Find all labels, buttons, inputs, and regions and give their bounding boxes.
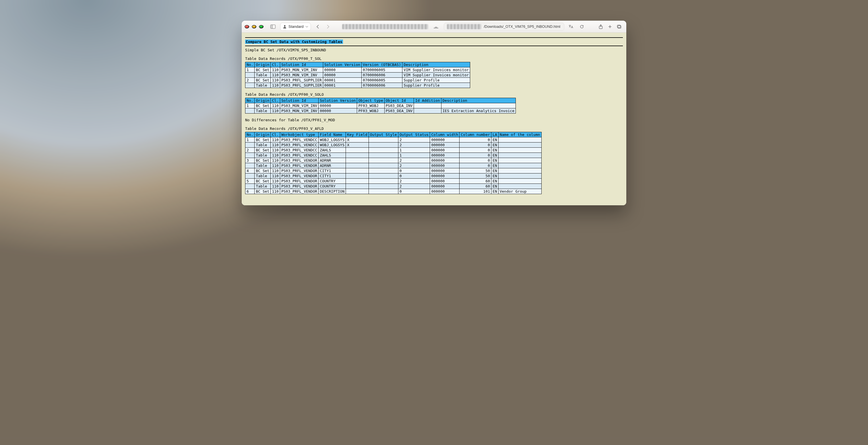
table-cell (346, 173, 369, 179)
table-cell (369, 158, 398, 163)
toolbar-right (596, 23, 623, 31)
table-cell (346, 189, 369, 194)
reader-aa-button[interactable] (432, 23, 440, 31)
table-cell: 110 (271, 184, 280, 189)
table-cell (346, 179, 369, 184)
table-cell (441, 103, 516, 108)
table-cell: EN (491, 153, 499, 158)
table-cell: ZAHLS (319, 148, 346, 153)
table-cell: 00001 (323, 83, 361, 88)
table-cell: 110 (271, 108, 280, 113)
table-cell: 50 (460, 168, 491, 173)
table-cell: 0700006006 (362, 73, 402, 78)
column-header: Cl. (271, 132, 280, 137)
table-cell: CITY1 (319, 168, 346, 173)
table-cell: 50 (460, 173, 491, 179)
table-cell: 6 (245, 189, 255, 194)
table-cell: 0700006005 (362, 67, 402, 73)
table-cell (346, 148, 369, 153)
minimize-window-button[interactable] (252, 25, 256, 28)
table-cell: 000000 (430, 184, 460, 189)
column-header: Id Addition (414, 98, 441, 103)
table-cell (498, 153, 541, 158)
table-cell: 60 (460, 184, 491, 189)
table-cell: PF03_WOBJ (357, 103, 384, 108)
table-cell: PS03_PRFL_VENDOR (280, 158, 318, 163)
table-cell: 000000 (430, 142, 460, 148)
table-cell: 0 (398, 173, 430, 179)
back-button[interactable] (314, 23, 322, 31)
table-cell: 4 (245, 168, 255, 173)
table-cell: 000000 (430, 189, 460, 194)
column-header: Solution Id (280, 98, 318, 103)
zoom-window-button[interactable] (259, 25, 264, 28)
table-cell: 2 (398, 137, 430, 142)
column-header: Solution Id (280, 62, 323, 67)
table-cell: 0 (460, 163, 491, 168)
table-cell: 110 (271, 173, 280, 179)
table-cell: PS03_PRFL_VENDCC (280, 153, 318, 158)
column-header: Solution Version (319, 98, 357, 103)
browser-window: Standard (242, 21, 626, 205)
table-cell: EN (491, 179, 499, 184)
table-cell: BC Set (255, 67, 271, 73)
table-row: 1BC Set110PS03_MON_VIM_INV00000070000600… (245, 67, 470, 73)
table-cell: 110 (271, 148, 280, 153)
close-window-button[interactable] (245, 25, 249, 28)
rule-under-title (245, 45, 623, 46)
table-cell: COUNTRY (319, 179, 346, 184)
tab-overview-button[interactable] (615, 23, 623, 31)
table-cell: PS03_MON_VIM_INV (280, 73, 323, 78)
profile-picker[interactable]: Standard (280, 23, 311, 31)
table-cell: 3 (245, 158, 255, 163)
column-header: Key Field (346, 132, 369, 137)
table-cell: DESCRIPTION (319, 189, 346, 194)
table-cell: Table (255, 73, 271, 78)
share-button[interactable] (596, 23, 605, 31)
tabs-icon (617, 25, 621, 29)
table-cell: BC Set (255, 148, 271, 153)
address-bar[interactable]: /Downloads/_OTX_VIM76_SP5_INBOUND.html (444, 23, 564, 31)
forward-button[interactable] (323, 23, 332, 31)
table-cell: EN (491, 158, 499, 163)
table-cell: 0 (460, 137, 491, 142)
table-cell: BC Set (255, 168, 271, 173)
table-cell: 000000 (430, 163, 460, 168)
table-cell: PS03_PRFL_VENDOR (280, 168, 318, 173)
reload-button[interactable] (578, 23, 586, 31)
table-cell: 2 (398, 179, 430, 184)
table-cell: 0 (398, 168, 430, 173)
table-cell: 0 (460, 158, 491, 163)
table-cell: EN (491, 163, 499, 168)
new-tab-button[interactable] (606, 23, 614, 31)
table-cell (245, 173, 255, 179)
translate-button[interactable] (567, 23, 575, 31)
table-cell: X (346, 142, 369, 148)
table-row: Table110PS03_PRFL_VENDCCZAHLS10000000EN (245, 153, 541, 158)
table-cell: BC Set (255, 103, 271, 108)
table-cell: 00001 (323, 78, 361, 83)
table-cell: PF03_WOBJ (357, 108, 384, 113)
svg-point-3 (284, 25, 286, 27)
translate-icon (569, 25, 573, 29)
table-cell: 101 (460, 189, 491, 194)
table-cell (498, 148, 541, 153)
table-cell: Table (255, 108, 271, 113)
table-cell: VIM Supplier Invoices monitor (402, 73, 470, 78)
column-header: Column width (430, 132, 460, 137)
table-cell: 110 (271, 168, 280, 173)
table-cell (245, 83, 255, 88)
table-cell: PS03_DEA_INV (384, 108, 414, 113)
table-row: 2BC Set110PS03_PRFL_SUPPLIER000010700006… (245, 78, 470, 83)
column-header: No. (245, 62, 255, 67)
page-content[interactable]: Compare BC Set Data with Customizing Tab… (242, 33, 626, 205)
table-cell: 2 (398, 142, 430, 148)
table-row: Table110PS03_MON_VIM_INV000000700006006V… (245, 73, 470, 78)
svg-rect-1 (271, 25, 272, 28)
table-cell: 2 (245, 148, 255, 153)
table-cell: 110 (271, 163, 280, 168)
table-cell (369, 168, 398, 173)
sidebar-toggle-button[interactable] (269, 23, 277, 31)
table-cell (369, 179, 398, 184)
table-cell: Table (255, 163, 271, 168)
